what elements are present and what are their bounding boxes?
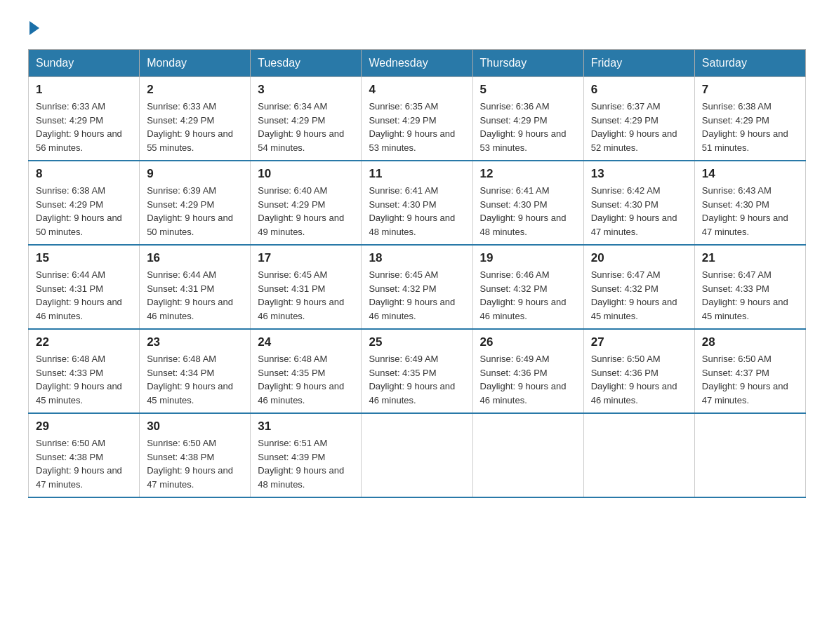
day-number: 21 xyxy=(702,251,798,265)
day-number: 27 xyxy=(591,335,687,349)
calendar-cell: 12 Sunrise: 6:41 AMSunset: 4:30 PMDaylig… xyxy=(472,161,583,245)
day-number: 4 xyxy=(369,83,465,97)
day-info: Sunrise: 6:45 AMSunset: 4:31 PMDaylight:… xyxy=(258,268,354,323)
calendar-cell: 30 Sunrise: 6:50 AMSunset: 4:38 PMDaylig… xyxy=(140,413,251,497)
day-number: 22 xyxy=(36,335,132,349)
calendar-cell xyxy=(472,413,583,497)
day-info: Sunrise: 6:48 AMSunset: 4:34 PMDaylight:… xyxy=(147,352,243,407)
day-number: 10 xyxy=(258,167,354,181)
logo xyxy=(28,21,41,35)
day-number: 6 xyxy=(591,83,687,97)
calendar-cell: 18 Sunrise: 6:45 AMSunset: 4:32 PMDaylig… xyxy=(362,245,472,329)
calendar-cell: 4 Sunrise: 6:35 AMSunset: 4:29 PMDayligh… xyxy=(362,77,472,161)
calendar-cell: 29 Sunrise: 6:50 AMSunset: 4:38 PMDaylig… xyxy=(29,413,140,497)
calendar-cell xyxy=(362,413,472,497)
day-number: 16 xyxy=(147,251,243,265)
calendar-cell: 17 Sunrise: 6:45 AMSunset: 4:31 PMDaylig… xyxy=(251,245,362,329)
calendar-cell: 21 Sunrise: 6:47 AMSunset: 4:33 PMDaylig… xyxy=(694,245,805,329)
calendar-cell: 5 Sunrise: 6:36 AMSunset: 4:29 PMDayligh… xyxy=(472,77,583,161)
column-header-saturday: Saturday xyxy=(694,50,805,77)
calendar-cell: 10 Sunrise: 6:40 AMSunset: 4:29 PMDaylig… xyxy=(251,161,362,245)
calendar-cell: 31 Sunrise: 6:51 AMSunset: 4:39 PMDaylig… xyxy=(251,413,362,497)
day-number: 12 xyxy=(480,167,576,181)
day-info: Sunrise: 6:49 AMSunset: 4:36 PMDaylight:… xyxy=(480,352,576,407)
calendar-cell: 14 Sunrise: 6:43 AMSunset: 4:30 PMDaylig… xyxy=(694,161,805,245)
day-info: Sunrise: 6:49 AMSunset: 4:35 PMDaylight:… xyxy=(369,352,465,407)
logo-arrow-icon xyxy=(29,21,39,35)
day-number: 14 xyxy=(702,167,798,181)
calendar-cell: 26 Sunrise: 6:49 AMSunset: 4:36 PMDaylig… xyxy=(472,329,583,413)
calendar-cell: 7 Sunrise: 6:38 AMSunset: 4:29 PMDayligh… xyxy=(694,77,805,161)
day-number: 30 xyxy=(147,420,243,434)
calendar-cell: 28 Sunrise: 6:50 AMSunset: 4:37 PMDaylig… xyxy=(694,329,805,413)
calendar-cell xyxy=(583,413,694,497)
calendar-cell: 13 Sunrise: 6:42 AMSunset: 4:30 PMDaylig… xyxy=(583,161,694,245)
day-info: Sunrise: 6:39 AMSunset: 4:29 PMDaylight:… xyxy=(147,184,243,239)
day-info: Sunrise: 6:38 AMSunset: 4:29 PMDaylight:… xyxy=(702,100,798,154)
calendar-cell: 27 Sunrise: 6:50 AMSunset: 4:36 PMDaylig… xyxy=(583,329,694,413)
day-info: Sunrise: 6:33 AMSunset: 4:29 PMDaylight:… xyxy=(36,100,132,154)
column-header-friday: Friday xyxy=(583,50,694,77)
column-header-tuesday: Tuesday xyxy=(251,50,362,77)
calendar-cell: 6 Sunrise: 6:37 AMSunset: 4:29 PMDayligh… xyxy=(583,77,694,161)
day-info: Sunrise: 6:37 AMSunset: 4:29 PMDaylight:… xyxy=(591,100,687,154)
day-number: 13 xyxy=(591,167,687,181)
day-info: Sunrise: 6:50 AMSunset: 4:38 PMDaylight:… xyxy=(147,436,243,491)
calendar-cell: 20 Sunrise: 6:47 AMSunset: 4:32 PMDaylig… xyxy=(583,245,694,329)
week-row: 15 Sunrise: 6:44 AMSunset: 4:31 PMDaylig… xyxy=(29,245,806,329)
day-info: Sunrise: 6:45 AMSunset: 4:32 PMDaylight:… xyxy=(369,268,465,323)
day-number: 20 xyxy=(591,251,687,265)
column-header-sunday: Sunday xyxy=(29,50,140,77)
day-info: Sunrise: 6:41 AMSunset: 4:30 PMDaylight:… xyxy=(369,184,465,239)
day-number: 3 xyxy=(258,83,354,97)
calendar-cell: 1 Sunrise: 6:33 AMSunset: 4:29 PMDayligh… xyxy=(29,77,140,161)
day-info: Sunrise: 6:33 AMSunset: 4:29 PMDaylight:… xyxy=(147,100,243,154)
day-number: 17 xyxy=(258,251,354,265)
calendar-cell: 22 Sunrise: 6:48 AMSunset: 4:33 PMDaylig… xyxy=(29,329,140,413)
day-number: 31 xyxy=(258,420,354,434)
day-number: 19 xyxy=(480,251,576,265)
week-row: 22 Sunrise: 6:48 AMSunset: 4:33 PMDaylig… xyxy=(29,329,806,413)
calendar-cell: 11 Sunrise: 6:41 AMSunset: 4:30 PMDaylig… xyxy=(362,161,472,245)
week-row: 1 Sunrise: 6:33 AMSunset: 4:29 PMDayligh… xyxy=(29,77,806,161)
day-info: Sunrise: 6:48 AMSunset: 4:35 PMDaylight:… xyxy=(258,352,354,407)
calendar-cell: 3 Sunrise: 6:34 AMSunset: 4:29 PMDayligh… xyxy=(251,77,362,161)
day-info: Sunrise: 6:47 AMSunset: 4:32 PMDaylight:… xyxy=(591,268,687,323)
column-header-monday: Monday xyxy=(140,50,251,77)
day-info: Sunrise: 6:46 AMSunset: 4:32 PMDaylight:… xyxy=(480,268,576,323)
day-info: Sunrise: 6:50 AMSunset: 4:36 PMDaylight:… xyxy=(591,352,687,407)
column-header-wednesday: Wednesday xyxy=(362,50,472,77)
calendar-cell: 15 Sunrise: 6:44 AMSunset: 4:31 PMDaylig… xyxy=(29,245,140,329)
day-number: 5 xyxy=(480,83,576,97)
page-header xyxy=(28,21,806,35)
day-number: 7 xyxy=(702,83,798,97)
day-info: Sunrise: 6:44 AMSunset: 4:31 PMDaylight:… xyxy=(36,268,132,323)
calendar-cell: 8 Sunrise: 6:38 AMSunset: 4:29 PMDayligh… xyxy=(29,161,140,245)
calendar-cell: 24 Sunrise: 6:48 AMSunset: 4:35 PMDaylig… xyxy=(251,329,362,413)
day-number: 24 xyxy=(258,335,354,349)
day-number: 2 xyxy=(147,83,243,97)
day-info: Sunrise: 6:47 AMSunset: 4:33 PMDaylight:… xyxy=(702,268,798,323)
calendar-table: SundayMondayTuesdayWednesdayThursdayFrid… xyxy=(28,49,806,498)
day-info: Sunrise: 6:34 AMSunset: 4:29 PMDaylight:… xyxy=(258,100,354,154)
day-info: Sunrise: 6:36 AMSunset: 4:29 PMDaylight:… xyxy=(480,100,576,154)
day-info: Sunrise: 6:48 AMSunset: 4:33 PMDaylight:… xyxy=(36,352,132,407)
day-info: Sunrise: 6:42 AMSunset: 4:30 PMDaylight:… xyxy=(591,184,687,239)
day-number: 1 xyxy=(36,83,132,97)
calendar-cell xyxy=(694,413,805,497)
day-info: Sunrise: 6:35 AMSunset: 4:29 PMDaylight:… xyxy=(369,100,465,154)
calendar-cell: 23 Sunrise: 6:48 AMSunset: 4:34 PMDaylig… xyxy=(140,329,251,413)
day-info: Sunrise: 6:38 AMSunset: 4:29 PMDaylight:… xyxy=(36,184,132,239)
day-number: 28 xyxy=(702,335,798,349)
day-info: Sunrise: 6:40 AMSunset: 4:29 PMDaylight:… xyxy=(258,184,354,239)
calendar-cell: 19 Sunrise: 6:46 AMSunset: 4:32 PMDaylig… xyxy=(472,245,583,329)
day-number: 15 xyxy=(36,251,132,265)
week-row: 29 Sunrise: 6:50 AMSunset: 4:38 PMDaylig… xyxy=(29,413,806,497)
day-info: Sunrise: 6:41 AMSunset: 4:30 PMDaylight:… xyxy=(480,184,576,239)
day-info: Sunrise: 6:50 AMSunset: 4:38 PMDaylight:… xyxy=(36,436,132,491)
day-number: 23 xyxy=(147,335,243,349)
column-header-thursday: Thursday xyxy=(472,50,583,77)
calendar-cell: 2 Sunrise: 6:33 AMSunset: 4:29 PMDayligh… xyxy=(140,77,251,161)
day-number: 18 xyxy=(369,251,465,265)
calendar-cell: 16 Sunrise: 6:44 AMSunset: 4:31 PMDaylig… xyxy=(140,245,251,329)
